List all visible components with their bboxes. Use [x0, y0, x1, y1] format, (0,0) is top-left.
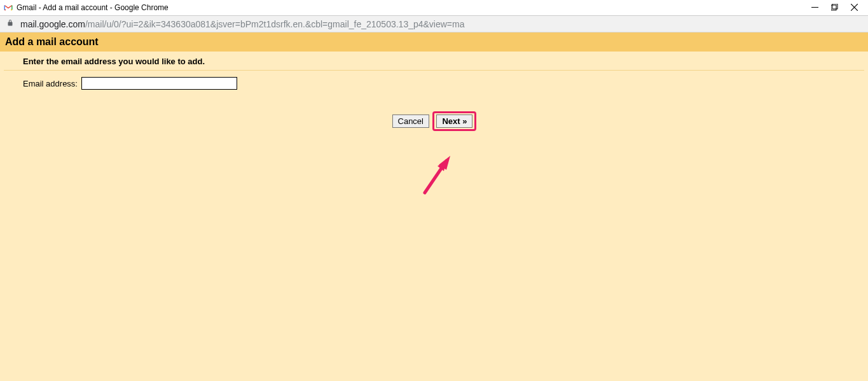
lock-icon	[6, 19, 14, 29]
gmail-icon	[4, 3, 13, 12]
svg-marker-6	[437, 161, 446, 171]
address-bar[interactable]: mail.google.com/mail/u/0/?ui=2&ik=343630…	[0, 16, 868, 32]
svg-line-5	[425, 161, 446, 193]
close-icon[interactable]	[851, 3, 858, 13]
url-path: /mail/u/0/?ui=2&ik=343630a081&jsver=bPm2…	[85, 19, 465, 29]
window-controls	[811, 3, 864, 13]
window-titlebar: Gmail - Add a mail account - Google Chro…	[0, 0, 868, 16]
svg-marker-7	[439, 156, 450, 170]
window-title: Gmail - Add a mail account - Google Chro…	[17, 3, 169, 12]
page-body: Add a mail account Enter the email addre…	[0, 32, 868, 381]
annotation-highlight: Next »	[432, 111, 476, 131]
svg-rect-2	[832, 4, 837, 9]
annotation-arrow-icon	[420, 153, 471, 204]
button-row: Cancel Next »	[0, 111, 868, 131]
minimize-icon[interactable]	[811, 3, 818, 13]
email-field[interactable]	[81, 77, 237, 90]
svg-rect-1	[831, 5, 836, 10]
email-label: Email address:	[23, 79, 78, 88]
instruction-text: Enter the email address you would like t…	[4, 52, 864, 71]
email-row: Email address:	[0, 71, 868, 90]
page-title: Add a mail account	[0, 32, 868, 52]
url-host: mail.google.com	[20, 19, 85, 29]
cancel-button[interactable]: Cancel	[392, 114, 429, 128]
maximize-icon[interactable]	[831, 3, 838, 13]
next-button[interactable]: Next »	[436, 114, 472, 128]
